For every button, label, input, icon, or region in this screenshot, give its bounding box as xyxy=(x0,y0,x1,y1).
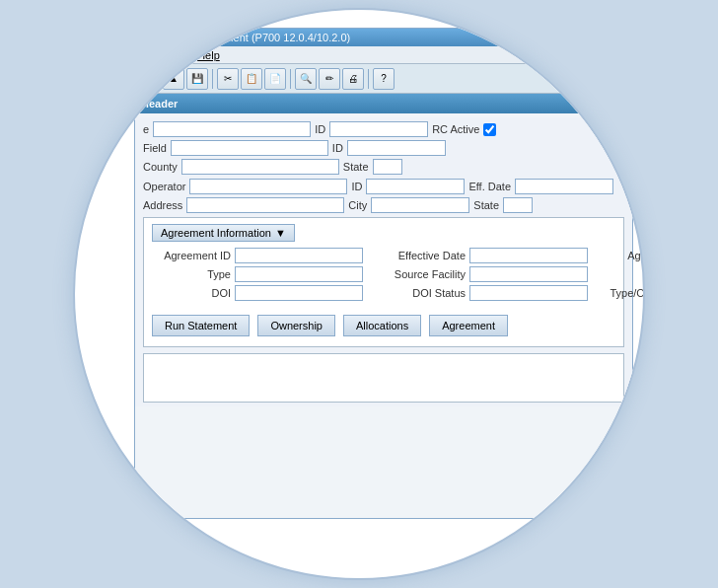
label-eff-date: Eff. Date xyxy=(468,181,511,192)
menu-bar: Window Help xyxy=(135,46,632,64)
input-doi-status[interactable] xyxy=(469,285,588,301)
label-id-1: ID xyxy=(315,123,325,135)
toolbar-btn-copy[interactable]: 📋 xyxy=(241,68,262,90)
menu-help[interactable]: Help xyxy=(193,48,224,62)
label-rc-active: RC Active xyxy=(432,123,479,135)
toolbar-separator xyxy=(212,69,213,89)
form-row-3: County State xyxy=(143,159,624,175)
label-operator: Operator xyxy=(143,181,185,192)
label-county: County xyxy=(143,161,178,173)
input-field[interactable] xyxy=(171,140,328,156)
label-state-2: State xyxy=(473,199,499,211)
dropdown-arrow-icon: ▼ xyxy=(275,227,286,239)
label-doi: DOI xyxy=(152,287,231,299)
input-type[interactable] xyxy=(235,266,363,282)
form-row-2: Field ID xyxy=(143,140,624,156)
input-operator-id[interactable] xyxy=(366,179,465,194)
label-source-facility: Source Facility xyxy=(367,268,466,280)
allocations-button[interactable]: Allocations xyxy=(343,315,421,336)
input-id-1[interactable] xyxy=(329,121,428,137)
input-state-1[interactable] xyxy=(373,159,402,175)
section-header-text: Header xyxy=(141,98,178,110)
agreement-button[interactable]: Agreement xyxy=(429,315,508,336)
agreement-header-button[interactable]: Agreement Information ▼ xyxy=(152,224,295,242)
label-name: e xyxy=(143,123,149,135)
form-row-1: e ID RC Active xyxy=(143,121,624,137)
label-id-3: ID xyxy=(351,181,362,192)
toolbar-btn-paste[interactable]: 📄 xyxy=(264,68,286,90)
label-agreement-id: Agreement ID xyxy=(152,250,231,261)
agreement-section: Agreement Information ▼ Agreement ID Eff… xyxy=(143,217,624,347)
label-type: Type xyxy=(152,268,231,280)
input-source-facility[interactable] xyxy=(469,266,588,282)
toolbar-btn-print[interactable]: 🖨 xyxy=(342,68,364,90)
toolbar-btn-help[interactable]: ? xyxy=(373,68,395,90)
input-county[interactable] xyxy=(181,159,339,175)
input-effective-date[interactable] xyxy=(469,248,588,263)
toolbar-btn-search[interactable]: 🔍 xyxy=(295,68,317,90)
form-area: e ID RC Active Field ID County State xyxy=(135,117,632,406)
agreement-fields-grid: Agreement ID Effective Date Agr. Status … xyxy=(152,248,615,301)
toolbar-btn-up[interactable]: ▲ xyxy=(163,68,184,90)
toolbar-btn-back[interactable]: ◀ xyxy=(139,68,161,90)
ownership-button[interactable]: Ownership xyxy=(257,315,335,336)
label-agr-status: Agr. Status xyxy=(592,250,645,261)
toolbar-separator-2 xyxy=(290,69,291,89)
label-field: Field xyxy=(143,142,167,154)
toolbar-btn-edit[interactable]: ✏ xyxy=(319,68,340,90)
toolbar-btn-save[interactable]: 💾 xyxy=(186,68,208,90)
label-id-2: ID xyxy=(332,142,343,154)
toolbar-btn-cut[interactable]: ✂ xyxy=(217,68,239,90)
agreement-header-label: Agreement Information xyxy=(161,227,271,239)
toolbar-separator-3 xyxy=(368,69,369,89)
form-row-5: Address City State xyxy=(143,197,624,213)
input-operator[interactable] xyxy=(189,179,347,194)
bottom-panel xyxy=(143,353,624,403)
label-effective-date: Effective Date xyxy=(367,250,466,261)
checkbox-rc-active[interactable] xyxy=(483,123,496,136)
input-address[interactable] xyxy=(186,197,344,213)
action-buttons-row: Run Statement Ownership Allocations Agre… xyxy=(152,311,615,340)
input-doi[interactable] xyxy=(235,285,363,301)
label-type-category: Type/Category xyxy=(592,287,645,299)
toolbar: ◀ ▲ 💾 ✂ 📋 📄 🔍 ✏ 🖨 ? xyxy=(135,64,632,94)
app-circle: JStream Development (P700 12.0.4/10.2.0)… xyxy=(73,8,645,580)
input-state-2[interactable] xyxy=(503,197,533,213)
run-statement-button[interactable]: Run Statement xyxy=(152,315,250,336)
label-class: Class xyxy=(592,268,645,280)
section-header: Header xyxy=(135,94,632,113)
input-name[interactable] xyxy=(153,121,311,137)
menu-window[interactable]: Window xyxy=(139,48,185,62)
label-state-1: State xyxy=(343,161,369,173)
title-bar: JStream Development (P700 12.0.4/10.2.0) xyxy=(135,29,632,46)
input-eff-date[interactable] xyxy=(515,179,613,194)
label-address: Address xyxy=(143,199,182,211)
form-row-4: Operator ID Eff. Date xyxy=(143,179,624,194)
label-city: City xyxy=(348,199,367,211)
input-agreement-id[interactable] xyxy=(235,248,363,263)
label-doi-status: DOI Status xyxy=(367,287,466,299)
input-field-id[interactable] xyxy=(347,140,446,156)
title-text: JStream Development (P700 12.0.4/10.2.0) xyxy=(141,32,350,43)
app-window: JStream Development (P700 12.0.4/10.2.0)… xyxy=(134,28,633,519)
input-city[interactable] xyxy=(371,197,469,213)
